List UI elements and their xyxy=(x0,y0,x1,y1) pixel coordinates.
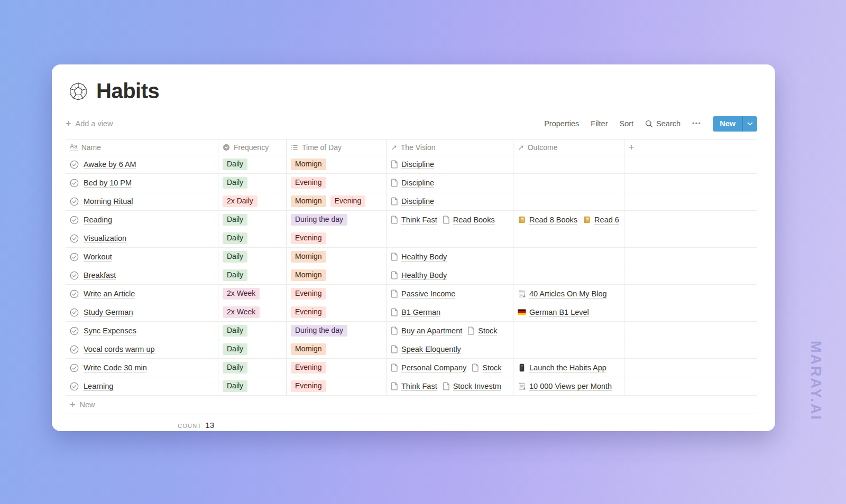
the-vision-cell[interactable]: Healthy Body xyxy=(387,248,513,266)
time-of-day-cell[interactable]: MornignEvening xyxy=(287,192,387,210)
outcome-cell[interactable]: 10 000 Views per Month xyxy=(513,377,624,395)
frequency-cell[interactable]: Daily xyxy=(218,174,287,192)
relation-link[interactable]: Stock Investm xyxy=(443,382,501,390)
page-link[interactable]: Awake by 6 AM xyxy=(70,160,136,169)
add-column-button[interactable]: + xyxy=(624,139,757,155)
relation-link[interactable]: Stock xyxy=(467,326,497,335)
empty-cell[interactable] xyxy=(624,211,757,229)
name-cell[interactable]: Study German xyxy=(66,303,218,321)
tag-evening[interactable]: Evening xyxy=(291,362,326,374)
page-link[interactable]: Write Code 30 min xyxy=(70,363,147,372)
properties-button[interactable]: Properties xyxy=(544,119,579,128)
outcome-cell[interactable] xyxy=(513,248,624,266)
outcome-cell[interactable] xyxy=(513,155,624,173)
page-link[interactable]: Visualization xyxy=(70,234,126,243)
outcome-cell[interactable]: Launch the Habits App xyxy=(513,359,624,377)
the-vision-cell[interactable]: Discipline xyxy=(387,192,513,210)
frequency-cell[interactable]: Daily xyxy=(218,359,287,377)
column-header-name[interactable]: Aa Name xyxy=(66,139,218,155)
page-link[interactable]: Sync Expenses xyxy=(70,326,136,335)
relation-link[interactable]: Speak Eloquently xyxy=(391,345,461,353)
tag-daily[interactable]: Daily xyxy=(223,325,247,337)
time-of-day-cell[interactable]: Evening xyxy=(287,303,387,321)
tag-daily[interactable]: Daily xyxy=(223,269,247,281)
page-link[interactable]: Vocal cords warm up xyxy=(70,345,155,354)
the-vision-cell[interactable]: B1 German xyxy=(387,303,513,321)
relation-link[interactable]: Personal Company xyxy=(391,363,466,372)
tag-evening[interactable]: Evening xyxy=(291,177,326,189)
outcome-cell[interactable] xyxy=(513,266,624,284)
tag-mornign[interactable]: Mornign xyxy=(291,269,326,281)
frequency-cell[interactable]: Daily xyxy=(218,229,287,247)
tag-daily[interactable]: Daily xyxy=(223,214,247,226)
tag-mornign[interactable]: Mornign xyxy=(291,195,326,207)
frequency-cell[interactable]: 2x Week xyxy=(218,303,287,321)
name-cell[interactable]: Learning xyxy=(66,377,218,395)
new-row-button[interactable]: + New xyxy=(66,396,757,414)
tag-daily[interactable]: Daily xyxy=(223,343,247,355)
tag-evening[interactable]: Evening xyxy=(330,195,366,207)
page-link[interactable]: Reading xyxy=(70,216,112,225)
relation-link[interactable]: Read Books xyxy=(443,216,495,224)
relation-link[interactable]: Launch the Habits App xyxy=(518,363,606,372)
tag-daily[interactable]: Daily xyxy=(223,251,247,263)
outcome-cell[interactable] xyxy=(513,340,624,358)
tag-evening[interactable]: Evening xyxy=(291,306,326,318)
tag-evening[interactable]: Evening xyxy=(291,232,326,244)
time-of-day-cell[interactable]: Evening xyxy=(287,229,387,247)
name-cell[interactable]: Visualization xyxy=(66,229,218,247)
the-vision-cell[interactable] xyxy=(387,229,513,247)
outcome-cell[interactable]: Read 8 BooksRead 6 xyxy=(513,211,624,229)
column-header-outcome[interactable]: ↗ Outcome xyxy=(513,139,624,155)
frequency-cell[interactable]: Daily xyxy=(218,155,287,173)
time-of-day-cell[interactable]: Evening xyxy=(287,285,387,303)
time-of-day-cell[interactable]: During the day xyxy=(287,322,387,340)
time-of-day-cell[interactable]: Evening xyxy=(287,377,387,395)
tag-during-the-day[interactable]: During the day xyxy=(291,214,347,226)
frequency-cell[interactable]: Daily xyxy=(218,266,287,284)
tag-daily[interactable]: Daily xyxy=(223,158,247,170)
empty-cell[interactable] xyxy=(624,174,757,192)
the-vision-cell[interactable]: Speak Eloquently xyxy=(387,340,513,358)
tag-evening[interactable]: Evening xyxy=(291,288,326,300)
tag-evening[interactable]: Evening xyxy=(291,380,326,392)
outcome-cell[interactable]: German B1 Level xyxy=(513,303,624,321)
relation-link[interactable]: Discipline xyxy=(391,160,434,169)
relation-link[interactable]: Healthy Body xyxy=(391,253,447,261)
outcome-cell[interactable]: 40 Articles On My Blog xyxy=(513,285,624,303)
tag-daily[interactable]: Daily xyxy=(223,362,247,374)
empty-cell[interactable] xyxy=(624,377,757,395)
relation-link[interactable]: Think Fast xyxy=(391,382,437,390)
empty-cell[interactable] xyxy=(624,192,757,210)
the-vision-cell[interactable]: Think FastRead Books xyxy=(387,211,513,229)
dodecahedron-icon[interactable] xyxy=(69,82,88,101)
sort-button[interactable]: Sort xyxy=(620,119,634,128)
add-view-button[interactable]: + Add a view xyxy=(66,119,113,128)
page-link[interactable]: Bed by 10 PM xyxy=(70,179,132,188)
the-vision-cell[interactable]: Buy an ApartmentStock xyxy=(387,322,513,340)
time-of-day-cell[interactable]: During the day xyxy=(287,211,387,229)
relation-link[interactable]: B1 German xyxy=(391,308,440,316)
frequency-cell[interactable]: Daily xyxy=(218,377,287,395)
time-of-day-cell[interactable]: Mornign xyxy=(287,248,387,266)
relation-link[interactable]: Think Fast xyxy=(391,216,437,224)
tag-daily[interactable]: Daily xyxy=(223,232,247,244)
relation-link[interactable]: Healthy Body xyxy=(391,271,447,279)
column-header-frequency[interactable]: Frequency xyxy=(218,139,287,155)
the-vision-cell[interactable]: Think FastStock Investm xyxy=(387,377,513,395)
name-cell[interactable]: Bed by 10 PM xyxy=(66,174,218,192)
relation-link[interactable]: German B1 Level xyxy=(518,308,589,316)
page-link[interactable]: Workout xyxy=(70,253,112,262)
page-link[interactable]: Study German xyxy=(70,308,133,317)
count-calculation[interactable]: COUNT 13 xyxy=(66,414,218,430)
name-cell[interactable]: Breakfast xyxy=(66,266,218,284)
name-cell[interactable]: Sync Expenses xyxy=(66,322,218,340)
page-link[interactable]: Learning xyxy=(70,382,113,391)
relation-link[interactable]: Discipline xyxy=(391,197,434,206)
the-vision-cell[interactable]: Discipline xyxy=(387,155,513,173)
frequency-cell[interactable]: 2x Daily xyxy=(218,192,287,210)
chevron-down-icon[interactable] xyxy=(743,116,757,132)
empty-cell[interactable] xyxy=(624,248,757,266)
name-cell[interactable]: Write Code 30 min xyxy=(66,359,218,377)
frequency-cell[interactable]: Daily xyxy=(218,322,287,340)
